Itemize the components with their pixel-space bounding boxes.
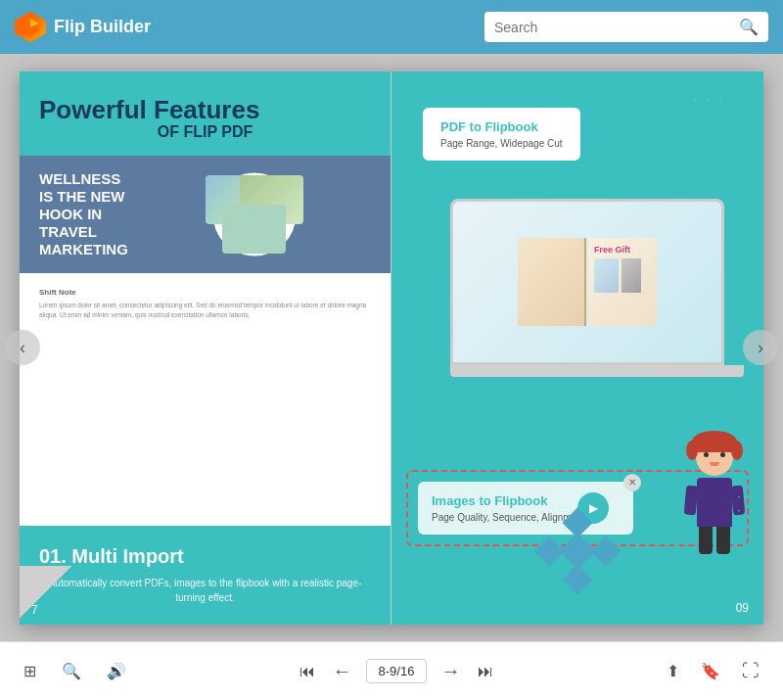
search-icon[interactable]: 🔍 (739, 18, 759, 36)
shift-text: Lorem ipsum dolor sit amet, consectetur … (39, 301, 371, 320)
footer-left: ⊞ 🔍 🔊 (20, 658, 130, 684)
laptop-area: Free Gift (411, 199, 763, 377)
share-button[interactable]: ⬆ (663, 658, 683, 684)
page-number-right: 09 (736, 601, 749, 615)
fullscreen-button[interactable]: ⛶ (738, 657, 763, 685)
pdf-callout-title: PDF to Flipbook (440, 119, 563, 134)
char-body (697, 478, 732, 527)
wellness-text: WELLNESS IS THE NEW HOOK IN TRAVEL MARKE… (39, 170, 128, 258)
logo-area: Flip Builder (15, 12, 151, 43)
prev-page-footer-button[interactable]: ← (329, 656, 356, 686)
photo-collage (138, 170, 371, 258)
left-bottom-section: 01. Multi Import Automatically convert P… (20, 526, 391, 625)
decorative-dots-top: · · · (693, 91, 724, 109)
feature-title: 01. Multi Import (39, 545, 371, 568)
bookmark-button[interactable]: 🔖 (697, 658, 724, 684)
headline-of-flip: OF FLIP PDF (39, 123, 371, 141)
grid-view-button[interactable]: ⊞ (20, 658, 40, 684)
left-top-section: Powerful Features OF FLIP PDF (20, 71, 391, 157)
char-legs (699, 527, 730, 554)
pdf-callout-sub: Page Range, Widepage Cut (440, 138, 563, 149)
volume-button[interactable]: 🔊 (103, 658, 130, 684)
next-page-button[interactable]: › (743, 330, 778, 365)
dashed-path (607, 125, 705, 184)
shift-title: Shift Note (39, 288, 371, 297)
pdf-callout-box: PDF to Flipbook Page Range, Widepage Cut (421, 106, 582, 163)
search-input[interactable] (494, 20, 739, 35)
app-title: Flip Builder (54, 17, 151, 37)
zoom-out-button[interactable]: 🔍 (58, 658, 85, 684)
move-control[interactable] (538, 512, 617, 590)
header: Flip Builder 🔍 (0, 0, 783, 54)
logo-icon (15, 12, 46, 43)
main-content: ‹ Powerful Features OF FLIP PDF WELLNESS… (0, 54, 783, 641)
left-body: Shift Note Lorem ipsum dolor sit amet, c… (20, 273, 391, 335)
left-page: Powerful Features OF FLIP PDF WELLNESS I… (20, 71, 392, 625)
footer-center: ⏮ ← 8-9/16 → ⏭ (296, 656, 498, 686)
last-page-button[interactable]: ⏭ (474, 659, 497, 684)
laptop-mockup: Free Gift (450, 199, 724, 365)
headline-powerful: Powerful Features (39, 96, 371, 124)
prev-page-button[interactable]: ‹ (5, 330, 40, 365)
feature-desc: Automatically convert PDFs, images to th… (39, 576, 371, 605)
char-head (696, 439, 733, 476)
search-box[interactable]: 🔍 (484, 12, 768, 42)
laptop-base (450, 365, 744, 377)
page-number-left: 7 (31, 603, 38, 617)
first-page-button[interactable]: ⏮ (296, 659, 319, 684)
char-hair (692, 431, 737, 452)
next-page-footer-button[interactable]: → (437, 656, 464, 686)
wellness-section: WELLNESS IS THE NEW HOOK IN TRAVEL MARKE… (20, 156, 391, 273)
book-container: Powerful Features OF FLIP PDF WELLNESS I… (20, 71, 763, 625)
footer-right: ⬆ 🔖 ⛶ (663, 657, 763, 685)
laptop-screen: Free Gift (453, 202, 721, 362)
decorative-dots-bottom: · · ·· · · (737, 490, 754, 517)
close-button[interactable]: ✕ (623, 474, 641, 491)
page-indicator: 8-9/16 (366, 659, 428, 683)
diamond-center[interactable] (560, 533, 596, 569)
footer: ⊞ 🔍 🔊 ⏮ ← 8-9/16 → ⏭ ⬆ 🔖 ⛶ (0, 641, 783, 700)
right-page: · · · PDF to Flipbook Page Range, Widepa… (392, 71, 763, 625)
